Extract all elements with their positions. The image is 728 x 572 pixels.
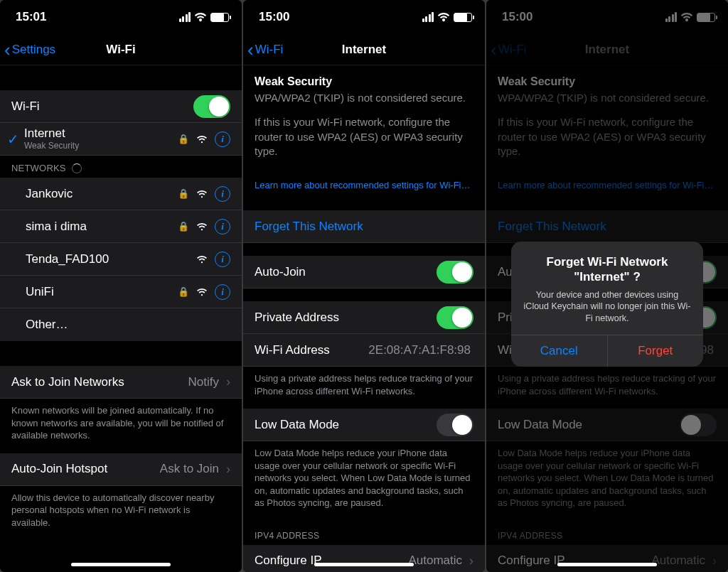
auto-join-hotspot-row[interactable]: Auto-Join Hotspot Ask to Join ›: [0, 453, 242, 486]
info-icon[interactable]: i: [215, 284, 230, 300]
warning-line: WPA/WPA2 (TKIP) is not considered secure…: [255, 91, 473, 105]
wifi-signal-icon: [196, 135, 208, 144]
lock-icon: 🔒: [178, 134, 189, 144]
network-row[interactable]: Jankovic🔒i: [0, 178, 242, 210]
network-name: sima i dima: [26, 220, 178, 234]
network-row[interactable]: UniFi🔒i: [0, 276, 242, 308]
info-icon[interactable]: i: [215, 252, 230, 267]
alert-title: Forget Wi-Fi Network "Internet" ?: [523, 254, 692, 285]
wifi-signal-icon: [196, 222, 208, 231]
network-name: Jankovic: [26, 187, 178, 201]
auto-hotspot-value: Ask to Join: [160, 462, 219, 476]
private-address-toggle[interactable]: [437, 306, 473, 329]
status-icons: [665, 12, 716, 22]
chevron-right-icon: ›: [469, 554, 473, 568]
wifi-master-toggle-row[interactable]: Wi-Fi: [0, 90, 242, 123]
connected-network-row[interactable]: ✓ Internet Weak Security 🔒 i: [0, 123, 242, 156]
forget-network-button[interactable]: Forget This Network: [486, 210, 728, 243]
back-label: Wi-Fi: [498, 43, 527, 57]
status-bar: 15:00: [486, 0, 728, 34]
cellular-signal-icon: [665, 12, 678, 22]
network-row[interactable]: Tenda_FAD100i: [0, 243, 242, 276]
chevron-left-icon: ‹: [4, 41, 11, 59]
auto-hotspot-label: Auto-Join Hotspot: [11, 462, 160, 476]
alert-cancel-button[interactable]: Cancel: [511, 335, 608, 367]
low-data-mode-row[interactable]: Low Data Mode: [486, 409, 728, 441]
back-button[interactable]: ‹ Settings: [0, 41, 55, 59]
network-name: UniFi: [26, 285, 178, 299]
network-row[interactable]: Other…: [0, 308, 242, 341]
phone-screen-network-detail: 15:00 ‹ Wi-Fi Internet Weak SecurityWPA/…: [243, 0, 485, 572]
wifi-signal-icon: [196, 255, 208, 264]
network-row[interactable]: sima i dima🔒i: [0, 210, 242, 243]
status-bar: 15:00: [243, 0, 485, 34]
info-icon[interactable]: i: [215, 186, 230, 202]
lock-icon: 🔒: [178, 188, 189, 199]
content-area: Weak SecurityWPA/WPA2 (TKIP) is not cons…: [243, 65, 485, 572]
ask-to-join-row[interactable]: Ask to Join Networks Notify ›: [0, 366, 242, 399]
back-label: Wi-Fi: [255, 43, 284, 57]
alert-message: Your device and other devices using iClo…: [523, 289, 692, 325]
warning-title: Weak Security: [255, 75, 473, 88]
info-icon[interactable]: i: [215, 219, 230, 234]
battery-icon: [697, 13, 715, 22]
weak-security-warning: Weak SecurityWPA/WPA2 (TKIP) is not cons…: [243, 65, 485, 173]
home-indicator[interactable]: [71, 563, 171, 566]
battery-icon: [210, 13, 229, 22]
phone-screen-wifi-list: 15:01 ‹ Settings Wi-Fi Wi-Fi ✓ Internet …: [0, 0, 242, 572]
private-address-row[interactable]: Private Address: [243, 301, 485, 334]
back-button: ‹ Wi-Fi: [486, 41, 526, 59]
nav-bar: ‹ Wi-Fi Internet: [243, 34, 485, 65]
warning-line: WPA/WPA2 (TKIP) is not considered secure…: [498, 91, 717, 105]
chevron-left-icon: ‹: [491, 41, 497, 59]
content-area: Wi-Fi ✓ Internet Weak Security 🔒 i NETWO…: [0, 65, 242, 572]
auto-join-row[interactable]: Auto-Join: [243, 256, 485, 288]
status-time: 15:00: [259, 10, 289, 24]
home-indicator[interactable]: [314, 563, 414, 566]
learn-more-link[interactable]: Learn more about recommended settings fo…: [243, 173, 485, 198]
connected-network-sub: Weak Security: [24, 141, 178, 151]
back-label: Settings: [12, 43, 55, 57]
low-data-toggle[interactable]: [680, 414, 717, 436]
private-address-footer: Using a private address helps reduce tra…: [243, 367, 485, 409]
phone-screen-forget-alert: 15:00 ‹ Wi-Fi Internet Weak SecurityWPA/…: [486, 0, 728, 572]
nav-bar: ‹ Wi-Fi Internet: [486, 34, 728, 65]
ipv4-section-header: IPV4 ADDRESS: [243, 521, 485, 545]
auto-hotspot-footer: Allow this device to automatically disco…: [0, 486, 242, 541]
warning-title: Weak Security: [498, 75, 717, 88]
warning-line: If this is your Wi-Fi network, configure…: [255, 115, 473, 158]
home-indicator[interactable]: [557, 563, 657, 566]
configure-ip-row[interactable]: Configure IPAutomatic›: [243, 545, 485, 572]
low-data-mode-row[interactable]: Low Data Mode: [243, 409, 485, 441]
alert-forget-button[interactable]: Forget: [608, 335, 704, 367]
ask-join-value: Notify: [188, 375, 219, 389]
connected-network-name: Internet: [24, 126, 178, 141]
wifi-toggle[interactable]: [193, 95, 230, 118]
learn-more-link[interactable]: Learn more about recommended settings fo…: [486, 173, 728, 198]
wifi-signal-icon: [196, 288, 208, 296]
wifi-toggle-label: Wi-Fi: [11, 99, 193, 114]
info-icon[interactable]: i: [215, 131, 230, 147]
forget-network-alert: Forget Wi-Fi Network "Internet" ? Your d…: [511, 242, 703, 367]
wifi-status-icon: [194, 12, 207, 22]
auto-join-toggle[interactable]: [437, 261, 473, 284]
ask-join-footer: Known networks will be joined automatica…: [0, 399, 242, 453]
battery-icon: [454, 13, 472, 22]
status-time: 15:01: [16, 10, 46, 24]
back-button[interactable]: ‹ Wi-Fi: [243, 41, 283, 59]
forget-network-button[interactable]: Forget This Network: [243, 210, 485, 243]
configure-ip-row[interactable]: Configure IPAutomatic›: [486, 545, 728, 572]
low-data-toggle[interactable]: [437, 414, 473, 436]
chevron-right-icon: ›: [226, 462, 230, 477]
weak-security-warning: Weak SecurityWPA/WPA2 (TKIP) is not cons…: [486, 65, 728, 173]
chevron-right-icon: ›: [226, 374, 230, 389]
private-address-footer: Using a private address helps reduce tra…: [486, 367, 728, 409]
chevron-right-icon: ›: [712, 554, 717, 568]
lock-icon: 🔒: [178, 286, 189, 297]
nav-bar: ‹ Settings Wi-Fi: [0, 34, 242, 65]
network-name: Other…: [26, 318, 230, 332]
ipv4-section-header: IPV4 ADDRESS: [486, 521, 728, 545]
page-title: Internet: [585, 43, 629, 57]
status-icons: [179, 12, 230, 22]
wifi-status-icon: [680, 12, 693, 22]
